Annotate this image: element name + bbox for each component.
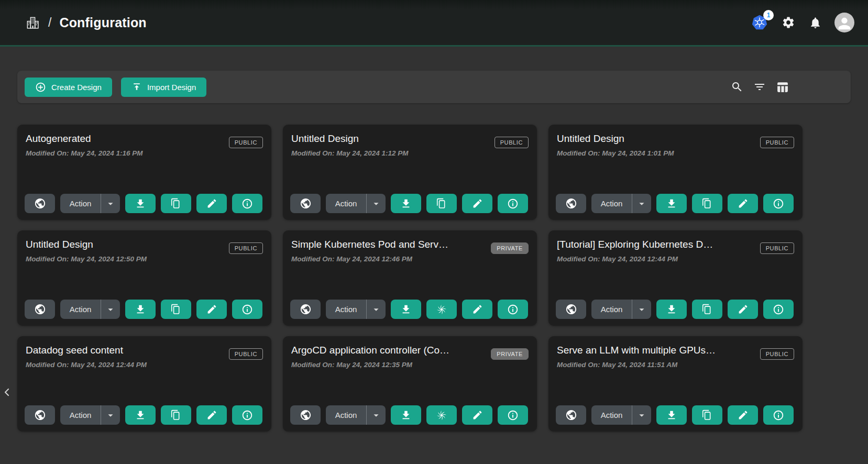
design-title: Untitled Design	[291, 133, 529, 145]
download-button[interactable]	[125, 405, 156, 425]
edit-button[interactable]	[462, 194, 492, 213]
download-button[interactable]	[125, 194, 156, 213]
card-action-row: Action	[290, 194, 528, 213]
chevron-down-icon[interactable]	[366, 300, 386, 319]
visibility-globe-button[interactable]	[25, 405, 55, 425]
chevron-down-icon[interactable]	[101, 300, 120, 319]
visibility-globe-button[interactable]	[25, 194, 55, 213]
edit-button[interactable]	[462, 300, 492, 319]
download-button[interactable]	[656, 300, 687, 319]
action-dropdown-button[interactable]: Action	[326, 405, 386, 425]
chevron-down-icon[interactable]	[632, 405, 651, 425]
edit-icon	[472, 410, 483, 421]
clone-button[interactable]	[692, 194, 722, 213]
action-dropdown-button[interactable]: Action	[60, 300, 120, 319]
kubernetes-context-icon[interactable]: 1	[750, 14, 769, 31]
download-icon	[666, 198, 677, 209]
clone-button[interactable]	[426, 194, 457, 213]
action-button-label: Action	[591, 405, 632, 425]
download-button[interactable]	[391, 405, 421, 425]
table-view-icon[interactable]	[775, 80, 790, 95]
create-design-label: Create Design	[51, 83, 102, 92]
info-icon	[241, 410, 253, 421]
chevron-down-icon[interactable]	[366, 405, 386, 425]
filter-icon[interactable]	[752, 80, 767, 94]
copy-icon	[170, 198, 182, 209]
action-dropdown-button[interactable]: Action	[591, 405, 651, 425]
download-button[interactable]	[391, 194, 421, 213]
download-icon	[135, 410, 146, 421]
search-icon[interactable]	[730, 80, 744, 94]
header-actions: 1	[750, 13, 854, 32]
info-button[interactable]	[232, 405, 262, 425]
action-dropdown-button[interactable]: Action	[60, 194, 120, 213]
clone-button[interactable]	[161, 405, 191, 425]
info-icon	[241, 198, 253, 209]
card-action-row: Action	[556, 300, 794, 319]
building-icon[interactable]	[25, 15, 40, 30]
action-dropdown-button[interactable]: Action	[60, 405, 120, 425]
info-button[interactable]	[763, 194, 794, 213]
edit-button[interactable]	[196, 405, 227, 425]
card-action-row: Action	[556, 405, 794, 425]
notifications-bell-icon[interactable]	[808, 15, 823, 30]
settings-gear-icon[interactable]	[781, 15, 796, 30]
info-button[interactable]	[498, 405, 528, 425]
edit-button[interactable]	[196, 300, 227, 319]
swirl-icon	[435, 409, 448, 422]
clone-button[interactable]	[692, 405, 722, 425]
visibility-globe-button[interactable]	[556, 300, 586, 319]
visibility-globe-button[interactable]	[25, 300, 55, 319]
edit-button[interactable]	[196, 194, 227, 213]
action-dropdown-button[interactable]: Action	[591, 194, 651, 213]
info-button[interactable]	[763, 405, 794, 425]
action-button-label: Action	[60, 194, 101, 213]
download-button[interactable]	[391, 300, 421, 319]
clone-button[interactable]	[426, 300, 457, 319]
chevron-down-icon[interactable]	[632, 300, 651, 319]
edit-button[interactable]	[462, 405, 492, 425]
visibility-globe-button[interactable]	[290, 300, 321, 319]
chevron-down-icon[interactable]	[632, 194, 651, 213]
info-button[interactable]	[498, 300, 528, 319]
user-avatar[interactable]	[834, 13, 854, 32]
design-title: [Tutorial] Exploring Kubernetes D…	[557, 239, 794, 250]
info-button[interactable]	[232, 300, 262, 319]
visibility-globe-button[interactable]	[290, 194, 321, 213]
clone-button[interactable]	[161, 194, 191, 213]
clone-button[interactable]	[426, 405, 457, 425]
clone-button[interactable]	[692, 300, 722, 319]
edit-icon	[738, 304, 749, 315]
action-dropdown-button[interactable]: Action	[326, 194, 386, 213]
visibility-globe-button[interactable]	[556, 405, 586, 425]
edit-button[interactable]	[728, 300, 758, 319]
info-button[interactable]	[498, 194, 528, 213]
download-button[interactable]	[656, 405, 687, 425]
design-card: [Tutorial] Exploring Kubernetes D… PUBLI…	[548, 230, 803, 326]
visibility-badge: PUBLIC	[229, 137, 263, 148]
info-button[interactable]	[763, 300, 794, 319]
visibility-globe-button[interactable]	[290, 405, 321, 425]
visibility-badge: PRIVATE	[491, 242, 529, 254]
edit-button[interactable]	[728, 194, 758, 213]
action-dropdown-button[interactable]: Action	[591, 300, 651, 319]
info-icon	[507, 410, 519, 421]
page-title: Configuration	[59, 15, 146, 30]
clone-button[interactable]	[161, 300, 191, 319]
chevron-left-icon[interactable]	[0, 385, 15, 400]
create-design-button[interactable]: Create Design	[25, 78, 112, 97]
globe-icon	[300, 303, 312, 315]
import-design-button[interactable]: Import Design	[121, 78, 206, 97]
visibility-globe-button[interactable]	[556, 194, 586, 213]
modified-timestamp: Modified On: May 24, 2024 12:44 PM	[557, 255, 794, 263]
chevron-down-icon[interactable]	[101, 405, 120, 425]
download-button[interactable]	[125, 300, 156, 319]
edit-button[interactable]	[728, 405, 758, 425]
chevron-down-icon[interactable]	[101, 194, 120, 213]
visibility-badge: PUBLIC	[229, 348, 263, 360]
edit-icon	[206, 304, 217, 315]
info-button[interactable]	[232, 194, 262, 213]
chevron-down-icon[interactable]	[366, 194, 386, 213]
download-button[interactable]	[656, 194, 687, 213]
action-dropdown-button[interactable]: Action	[326, 300, 386, 319]
